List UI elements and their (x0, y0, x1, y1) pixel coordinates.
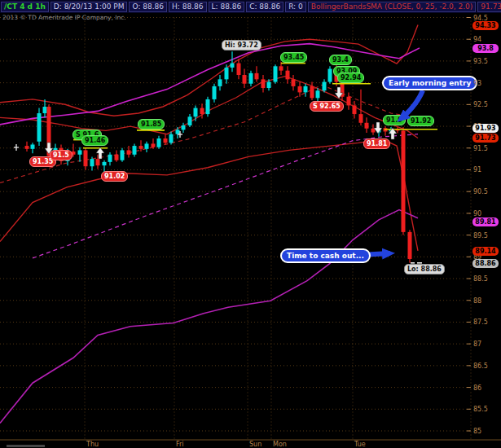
field-datetime: D: 8/20/13 1:00 PM (51, 2, 128, 12)
watermark: 2013 © TD Ameritrade IP Company, Inc. (2, 14, 126, 21)
symbol-timeframe[interactable]: /CT 4 d 1h (1, 2, 49, 12)
field-open: O: 88.86 (129, 2, 167, 12)
field-close: C: 88.86 (246, 2, 283, 12)
annotation-exit[interactable]: Time to cash out... (280, 248, 371, 263)
field-high: H: 88.86 (169, 2, 206, 12)
trading-platform-window: /CT 4 d 1h D: 8/20/13 1:00 PM O: 88.86 H… (0, 0, 501, 448)
scrollbar-stub[interactable] (7, 445, 45, 447)
study-label[interactable]: BollingerBandsSMA (CLOSE, 0, 25, -2.0, 2… (308, 2, 477, 12)
field-range: R: 0 (285, 2, 306, 12)
annotation-layer: Early morning entryTime to cash out... (0, 0, 501, 448)
study-value-mid: 91.73 (477, 2, 501, 12)
field-low: L: 88.86 (209, 2, 245, 12)
chart-header-bar: /CT 4 d 1h D: 8/20/13 1:00 PM O: 88.86 H… (0, 0, 501, 13)
annotation-entry[interactable]: Early morning entry (382, 76, 477, 90)
